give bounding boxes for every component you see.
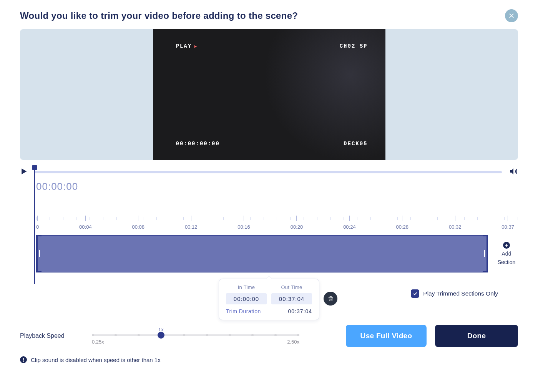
ruler-label: 00:20 (291, 224, 303, 230)
in-time-label: In Time (226, 284, 267, 290)
use-full-video-button[interactable]: Use Full Video (346, 325, 427, 347)
timeline-ruler: 0 00:04 00:08 00:12 00:16 00:20 00:24 00… (36, 216, 518, 233)
ruler-label: 00:37 (501, 224, 514, 230)
ruler-label: 00:32 (449, 224, 462, 230)
speed-thumb[interactable] (158, 332, 164, 339)
play-trimmed-checkbox[interactable]: Play Trimmed Sections Only (411, 289, 498, 298)
speed-max: 2.50x (287, 339, 299, 345)
add-section-button[interactable]: + Add Section (495, 242, 518, 266)
speed-warning: ! Clip sound is disabled when speed is o… (20, 356, 518, 363)
osd-play: PLAY (176, 43, 197, 49)
ruler-label: 00:16 (237, 224, 250, 230)
checkbox-checked-icon (411, 289, 419, 298)
scrub-row (20, 167, 518, 178)
playback-speed-label: Playback Speed (20, 332, 83, 339)
speed-min: 0.25x (92, 339, 104, 345)
trim-handle-left[interactable] (37, 236, 42, 272)
osd-channel: CH02 SP (340, 43, 368, 49)
out-time-field[interactable]: 00:37:04 (271, 293, 312, 304)
done-button[interactable]: Done (435, 325, 518, 347)
in-time-field[interactable]: 00:00:00 (226, 293, 267, 304)
ruler-label: 00:04 (79, 224, 92, 230)
scrub-track[interactable] (35, 171, 502, 173)
delete-section-button[interactable] (324, 292, 337, 306)
ruler-label: 00:08 (132, 224, 145, 230)
clip-track[interactable] (36, 235, 488, 272)
ruler-label: 00:24 (343, 224, 356, 230)
trim-handle-right[interactable] (483, 236, 487, 272)
speed-row: Playback Speed 1x 0.25x 2.50x Use Full V… (20, 325, 518, 347)
speed-slider[interactable]: 1x 0.25x 2.50x (92, 327, 299, 345)
video-frame[interactable]: PLAY CH02 SP 00:00:00:00 DECK05 (153, 29, 385, 160)
out-time-label: Out Time (271, 284, 312, 290)
modal-title: Would you like to trim your video before… (20, 10, 298, 21)
volume-icon (509, 167, 518, 176)
trim-duration-label: Trim Duration (226, 308, 261, 314)
ruler-label: 00:12 (185, 224, 198, 230)
play-button[interactable] (20, 167, 28, 178)
ruler-label: 0 (36, 224, 39, 230)
play-icon (20, 167, 28, 176)
osd-timecode: 00:00:00:00 (176, 141, 220, 147)
clip-track-row: + Add Section (36, 235, 518, 272)
trim-video-modal: Would you like to trim your video before… (0, 0, 538, 371)
ruler-major-ticks: 0 00:04 00:08 00:12 00:16 00:20 00:24 00… (36, 216, 514, 233)
close-icon (508, 13, 515, 19)
trim-popover: In Time Out Time 00:00:00 00:37:04 Trim … (219, 279, 319, 320)
volume-button[interactable] (509, 167, 518, 178)
current-time: 00:00:00 (36, 181, 518, 193)
video-preview-area: PLAY CH02 SP 00:00:00:00 DECK05 (20, 29, 518, 160)
warning-icon: ! (20, 356, 27, 363)
plus-icon: + (503, 242, 510, 249)
popover-row: In Time Out Time 00:00:00 00:37:04 Trim … (20, 279, 518, 325)
modal-header: Would you like to trim your video before… (20, 9, 518, 22)
trim-duration-value: 00:37:04 (288, 308, 312, 314)
trash-icon (327, 296, 334, 302)
ruler-label: 00:28 (396, 224, 409, 230)
osd-deck: DECK05 (344, 141, 367, 147)
close-button[interactable] (505, 9, 518, 22)
